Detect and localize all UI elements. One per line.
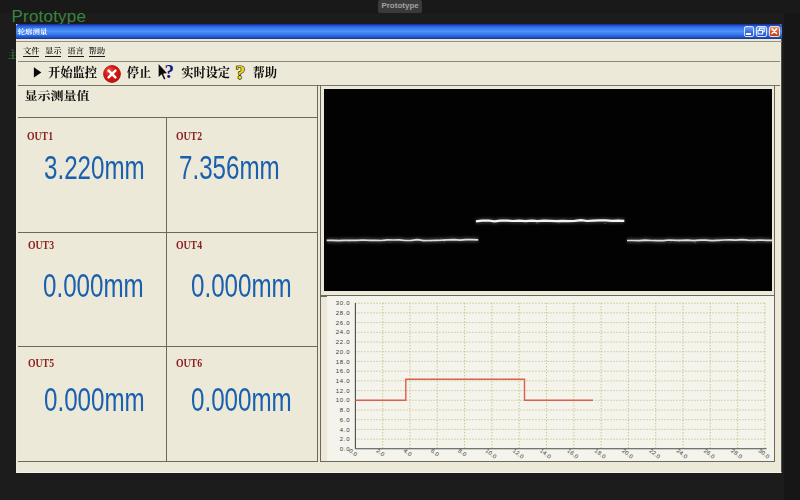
svg-text:2.0: 2.0 <box>340 436 350 442</box>
svg-text:30.0: 30.0 <box>757 447 771 459</box>
svg-text:14.0: 14.0 <box>336 378 350 384</box>
svg-text:4.0: 4.0 <box>340 427 350 433</box>
svg-text:18.0: 18.0 <box>336 359 350 365</box>
svg-text:12.0: 12.0 <box>336 388 350 394</box>
svg-text:6.0: 6.0 <box>340 417 350 423</box>
svg-text:24.0: 24.0 <box>336 329 350 335</box>
svg-text:22.0: 22.0 <box>336 339 350 345</box>
svg-text:26.0: 26.0 <box>336 320 350 326</box>
svg-text:16.0: 16.0 <box>336 368 350 374</box>
svg-text:28.0: 28.0 <box>336 310 350 316</box>
svg-text:8.0: 8.0 <box>340 407 350 413</box>
svg-text:20.0: 20.0 <box>336 349 350 355</box>
svg-text:30.0: 30.0 <box>336 300 350 306</box>
svg-text:10.0: 10.0 <box>336 397 350 403</box>
